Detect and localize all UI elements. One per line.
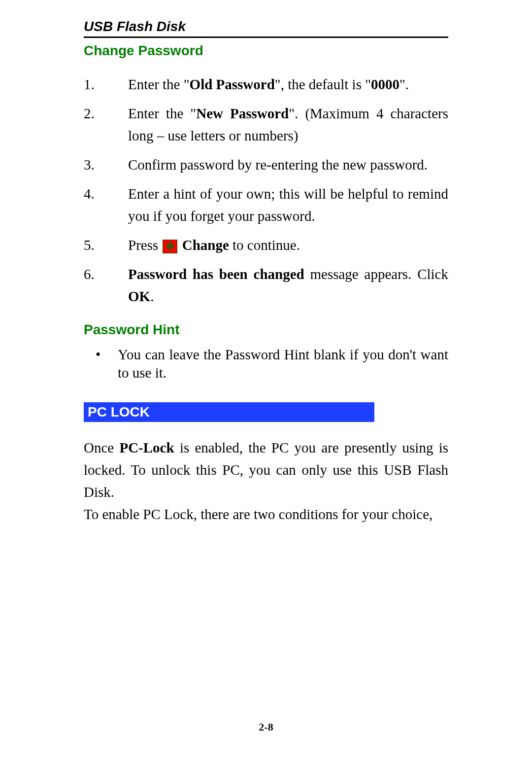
heading-pc-lock: PC LOCK <box>84 402 374 422</box>
step-bold: Password has been changed <box>128 266 304 282</box>
step-6: Password has been changed message appear… <box>84 263 448 308</box>
step-3: Confirm password by re-entering the new … <box>84 154 448 176</box>
step-text: Enter a hint of your own; this will be h… <box>128 186 448 224</box>
step-bold: 0000 <box>371 76 399 92</box>
page-title: USB Flash Disk <box>84 19 448 38</box>
step-text: Press <box>128 237 162 253</box>
pc-lock-paragraph-1: Once PC-Lock is enabled, the PC you are … <box>84 437 448 503</box>
text-bold: PC-Lock <box>119 440 174 456</box>
step-4: Enter a hint of your own; this will be h… <box>84 183 448 227</box>
step-text: ", the default is " <box>275 76 371 92</box>
step-bold: OK <box>128 288 150 304</box>
step-text: ". <box>399 76 409 92</box>
step-text: message appears. Click <box>304 266 448 282</box>
step-bold: New Password <box>196 105 289 121</box>
change-password-steps: Enter the "Old Password", the default is… <box>84 73 448 307</box>
step-bold: Change <box>178 237 229 253</box>
heading-change-password: Change Password <box>84 43 448 59</box>
step-text: to continue. <box>229 237 300 253</box>
text: Once <box>84 440 119 456</box>
heading-password-hint: Password Hint <box>84 322 448 338</box>
page: USB Flash Disk Change Password Enter the… <box>84 19 448 752</box>
step-bold: Old Password <box>190 76 275 92</box>
step-text: Confirm password by re-entering the new … <box>128 157 428 173</box>
hint-item: You can leave the Password Hint blank if… <box>96 346 448 382</box>
page-number: 2-8 <box>259 721 273 734</box>
step-text: Enter the " <box>128 76 190 92</box>
change-icon <box>163 240 177 253</box>
step-text: . <box>150 288 154 304</box>
step-5: Press Change to continue. <box>84 234 448 256</box>
pc-lock-paragraph-2: To enable PC Lock, there are two conditi… <box>84 503 448 526</box>
password-hint-list: You can leave the Password Hint blank if… <box>84 346 448 382</box>
password-hint-section: Password Hint You can leave the Password… <box>84 322 448 382</box>
step-text: Enter the " <box>128 105 196 121</box>
step-1: Enter the "Old Password", the default is… <box>84 73 448 96</box>
hint-text: You can leave the Password Hint blank if… <box>118 347 448 380</box>
step-2: Enter the "New Password". (Maximum 4 cha… <box>84 103 448 147</box>
